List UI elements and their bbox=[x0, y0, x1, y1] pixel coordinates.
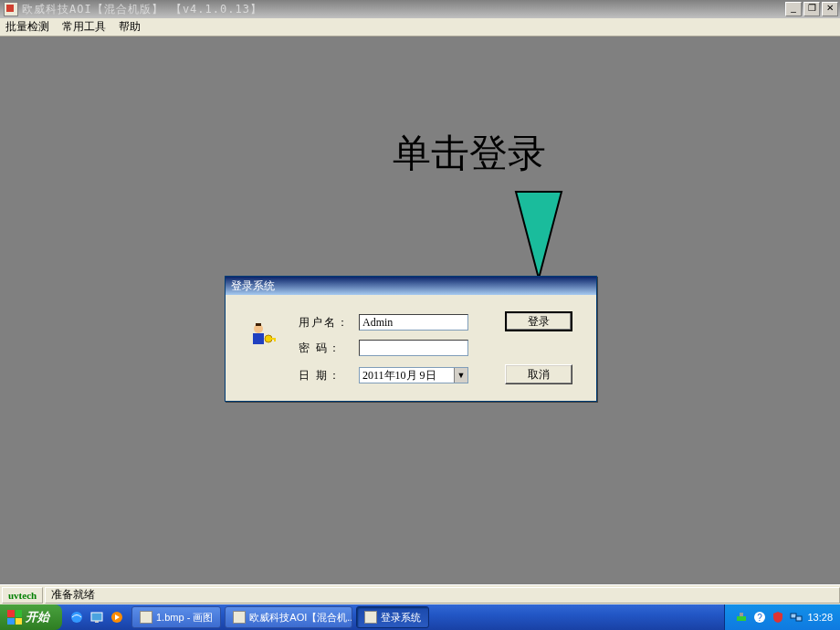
media-icon[interactable] bbox=[108, 608, 126, 626]
svg-rect-13 bbox=[740, 613, 743, 616]
dialog-title: 登录系统 bbox=[226, 277, 596, 295]
clock[interactable]: 13:28 bbox=[807, 612, 833, 623]
svg-rect-3 bbox=[256, 323, 261, 326]
svg-rect-6 bbox=[274, 338, 276, 341]
menu-tools[interactable]: 常用工具 bbox=[62, 19, 106, 35]
svg-rect-2 bbox=[253, 333, 264, 344]
workarea: 单击登录 登录系统 用户名： 密 码： 日 期： bbox=[0, 37, 840, 584]
taskbar-task-aoi[interactable]: 欧威科技AOI【混合机... bbox=[225, 606, 352, 628]
svg-rect-8 bbox=[91, 613, 102, 621]
taskbar-task-login[interactable]: 登录系统 bbox=[356, 606, 429, 628]
ie-icon[interactable] bbox=[68, 608, 86, 626]
app-icon bbox=[4, 2, 18, 16]
app-icon bbox=[233, 611, 246, 624]
close-button[interactable]: ✕ bbox=[822, 2, 838, 16]
app-icon bbox=[364, 611, 377, 624]
svg-rect-12 bbox=[737, 616, 746, 621]
task-label: 登录系统 bbox=[381, 611, 421, 625]
username-label: 用户名： bbox=[299, 315, 359, 331]
login-button[interactable]: 登录 bbox=[505, 311, 572, 331]
date-value: 2011年10月 9日 bbox=[362, 368, 436, 383]
taskbar: 开始 1.bmp - 画图 欧威科技AOI【混合机... 登录系统 ? bbox=[0, 604, 840, 630]
safely-remove-icon[interactable] bbox=[734, 610, 749, 625]
status-brand: uvtech bbox=[2, 587, 43, 604]
svg-marker-0 bbox=[516, 192, 562, 278]
system-tray: ? 13:28 bbox=[724, 604, 840, 630]
shield-icon[interactable] bbox=[771, 610, 785, 625]
cancel-button[interactable]: 取消 bbox=[505, 364, 572, 384]
paint-icon bbox=[140, 611, 152, 624]
date-label: 日 期： bbox=[299, 368, 359, 383]
login-dialog: 登录系统 用户名： 密 码： 日 期： 2011年10月 bbox=[225, 276, 597, 402]
taskbar-task-paint[interactable]: 1.bmp - 画图 bbox=[131, 606, 221, 628]
status-message: 准备就绪 bbox=[45, 587, 840, 604]
user-key-icon bbox=[247, 320, 277, 350]
network-icon[interactable] bbox=[789, 610, 803, 625]
username-input[interactable] bbox=[359, 314, 468, 331]
task-label: 1.bmp - 画图 bbox=[156, 611, 213, 625]
window-title: 欧威科技AOI【混合机版】 【v4.1.0.13】 bbox=[22, 2, 262, 17]
svg-rect-17 bbox=[796, 616, 802, 621]
password-label: 密 码： bbox=[299, 341, 359, 356]
date-picker[interactable]: 2011年10月 9日 ▼ bbox=[359, 367, 468, 383]
chevron-down-icon[interactable]: ▼ bbox=[454, 368, 467, 383]
windows-flag-icon bbox=[7, 610, 22, 625]
start-button[interactable]: 开始 bbox=[0, 604, 62, 630]
svg-text:?: ? bbox=[758, 613, 763, 623]
menubar: 批量检测 常用工具 帮助 bbox=[0, 18, 840, 37]
desktop-icon[interactable] bbox=[88, 608, 106, 626]
svg-rect-9 bbox=[95, 621, 99, 623]
svg-point-7 bbox=[71, 612, 82, 623]
annotation-arrow-icon bbox=[507, 187, 571, 288]
titlebar: 欧威科技AOI【混合机版】 【v4.1.0.13】 _ ❐ ✕ bbox=[0, 0, 840, 18]
info-icon[interactable]: ? bbox=[752, 610, 767, 625]
start-label: 开始 bbox=[26, 609, 49, 625]
quick-launch bbox=[68, 608, 128, 626]
task-label: 欧威科技AOI【混合机... bbox=[249, 611, 352, 625]
minimize-button[interactable]: _ bbox=[785, 2, 802, 16]
password-input[interactable] bbox=[359, 340, 468, 356]
annotation-text: 单击登录 bbox=[393, 128, 546, 179]
restore-button[interactable]: ❐ bbox=[803, 2, 820, 16]
svg-rect-16 bbox=[791, 614, 796, 618]
menu-batch[interactable]: 批量检测 bbox=[5, 19, 49, 35]
statusbar: uvtech 准备就绪 bbox=[0, 584, 840, 604]
menu-help[interactable]: 帮助 bbox=[119, 19, 141, 35]
